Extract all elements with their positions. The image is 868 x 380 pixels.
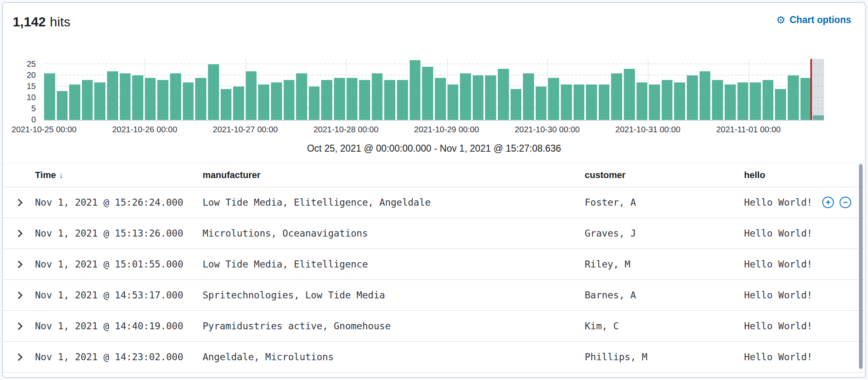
cell-time: Nov 1, 2021 @ 14:53:17.000 xyxy=(35,290,203,300)
histogram-bar[interactable] xyxy=(82,80,93,120)
histogram-bar[interactable] xyxy=(448,84,459,120)
scrollbar-thumb[interactable] xyxy=(859,164,863,369)
histogram-bar[interactable] xyxy=(523,73,534,120)
histogram-bar[interactable] xyxy=(536,87,547,120)
time-range-label: Oct 25, 2021 @ 00:00:00.000 - Nov 1, 202… xyxy=(44,141,824,155)
cell-hello: Hello World! + − xyxy=(744,197,865,208)
histogram-bar[interactable] xyxy=(422,67,433,120)
histogram-bar[interactable] xyxy=(271,82,282,120)
histogram-bar[interactable] xyxy=(359,80,370,120)
histogram-bar[interactable] xyxy=(372,73,383,120)
y-axis-label: 20 xyxy=(9,70,36,80)
histogram-bar[interactable] xyxy=(574,84,585,120)
histogram-bar[interactable] xyxy=(309,87,320,120)
histogram-bar[interactable] xyxy=(170,73,181,120)
cell-manufacturer: Microlutions, Oceanavigations xyxy=(203,228,585,239)
column-header-time[interactable]: Time↓ xyxy=(35,170,203,181)
histogram-bar[interactable] xyxy=(107,71,118,120)
histogram-bar[interactable] xyxy=(410,60,421,120)
histogram-bar[interactable] xyxy=(296,73,307,120)
histogram-bar[interactable] xyxy=(132,75,143,120)
partial-bucket-overlay xyxy=(811,59,824,120)
histogram-bar[interactable] xyxy=(233,87,244,120)
histogram-bar[interactable] xyxy=(258,84,269,120)
histogram-bar[interactable] xyxy=(120,73,131,120)
expand-row-button[interactable] xyxy=(13,258,26,271)
chevron-right-icon xyxy=(15,230,22,237)
histogram-bar[interactable] xyxy=(284,80,295,120)
gear-icon: ⚙ xyxy=(776,15,785,25)
filter-out-value-icon[interactable]: − xyxy=(840,197,851,208)
cell-customer: Foster, A xyxy=(585,197,744,208)
histogram-bar[interactable] xyxy=(44,73,55,120)
histogram-bar[interactable] xyxy=(611,73,622,120)
histogram-bar[interactable] xyxy=(94,82,105,120)
column-header-customer[interactable]: customer xyxy=(585,170,744,181)
histogram-bar[interactable] xyxy=(460,73,471,120)
histogram-bar[interactable] xyxy=(637,82,648,120)
histogram-bar[interactable] xyxy=(800,78,812,120)
histogram-bar[interactable] xyxy=(586,84,597,120)
histogram-bar[interactable] xyxy=(725,84,736,120)
expand-row-button[interactable] xyxy=(13,350,26,364)
table-row: Nov 1, 2021 @ 14:53:17.000 Spritechnolog… xyxy=(3,280,865,311)
histogram-bar[interactable] xyxy=(57,91,68,120)
table-row: Nov 1, 2021 @ 15:01:55.000 Low Tide Medi… xyxy=(3,249,865,280)
cell-hello-value: Hello World! xyxy=(744,197,812,208)
cell-manufacturer: Low Tide Media, Elitelligence xyxy=(203,259,585,270)
histogram-bar[interactable] xyxy=(662,80,673,120)
histogram-bar[interactable] xyxy=(157,80,168,120)
histogram-bar[interactable] xyxy=(435,78,446,120)
histogram-bar[interactable] xyxy=(347,78,358,120)
histogram-bar[interactable] xyxy=(624,69,635,120)
histogram-bar[interactable] xyxy=(599,84,610,120)
histogram-bar[interactable] xyxy=(712,80,723,120)
cell-manufacturer: Low Tide Media, Elitelligence, Angeldale xyxy=(203,197,585,208)
column-header-hello[interactable]: hello xyxy=(744,170,865,181)
histogram-bar[interactable] xyxy=(687,75,698,120)
histogram-bar[interactable] xyxy=(750,82,761,120)
x-axis-label: 2021-10-30 00:00 xyxy=(515,125,580,134)
histogram-bar[interactable] xyxy=(498,69,509,120)
histogram-bar[interactable] xyxy=(674,82,685,120)
histogram-bar[interactable] xyxy=(208,64,219,120)
column-header-time-label: Time xyxy=(35,170,56,180)
expand-row-button[interactable] xyxy=(13,196,26,209)
expand-cell xyxy=(3,289,35,302)
chevron-right-icon xyxy=(15,291,22,299)
histogram-bar[interactable] xyxy=(700,71,711,120)
expand-row-button[interactable] xyxy=(13,319,26,333)
histogram-bar[interactable] xyxy=(548,78,559,120)
histogram-bar[interactable] xyxy=(69,84,80,120)
histogram-bar[interactable] xyxy=(145,78,156,120)
cell-hello: Hello World! xyxy=(744,228,865,239)
histogram-bar[interactable] xyxy=(485,75,496,120)
histogram-bar[interactable] xyxy=(511,89,522,120)
histogram-bar[interactable] xyxy=(195,78,206,120)
table-scrollbar[interactable] xyxy=(859,164,863,373)
histogram-bar[interactable] xyxy=(763,80,774,120)
histogram-bar[interactable] xyxy=(246,71,257,120)
expand-row-button[interactable] xyxy=(13,289,26,302)
histogram-bar[interactable] xyxy=(183,82,194,120)
histogram-bar[interactable] xyxy=(737,82,749,120)
histogram-bar[interactable] xyxy=(775,89,786,120)
histogram-bar[interactable] xyxy=(384,80,395,120)
expand-row-button[interactable] xyxy=(13,227,26,240)
histogram-bar[interactable] xyxy=(561,84,572,120)
y-axis-label: 5 xyxy=(9,104,36,113)
panel-header: 1,142 hits ⚙ Chart options xyxy=(3,3,865,42)
histogram-bar[interactable] xyxy=(334,78,345,120)
histogram-bar[interactable] xyxy=(649,84,660,120)
histogram-bar[interactable] xyxy=(221,89,232,120)
histogram-bar[interactable] xyxy=(788,75,799,120)
filter-for-value-icon[interactable]: + xyxy=(822,197,834,208)
chart-options-button[interactable]: ⚙ Chart options xyxy=(776,14,851,26)
histogram-bar[interactable] xyxy=(397,80,408,120)
column-header-manufacturer[interactable]: manufacturer xyxy=(203,170,585,181)
histogram-bar[interactable] xyxy=(321,80,332,120)
plot-area[interactable]: 0510152025 xyxy=(44,59,824,121)
x-axis-label: 2021-10-29 00:00 xyxy=(414,125,479,134)
histogram-bar[interactable] xyxy=(473,75,484,120)
hits-label: hits xyxy=(50,14,70,30)
